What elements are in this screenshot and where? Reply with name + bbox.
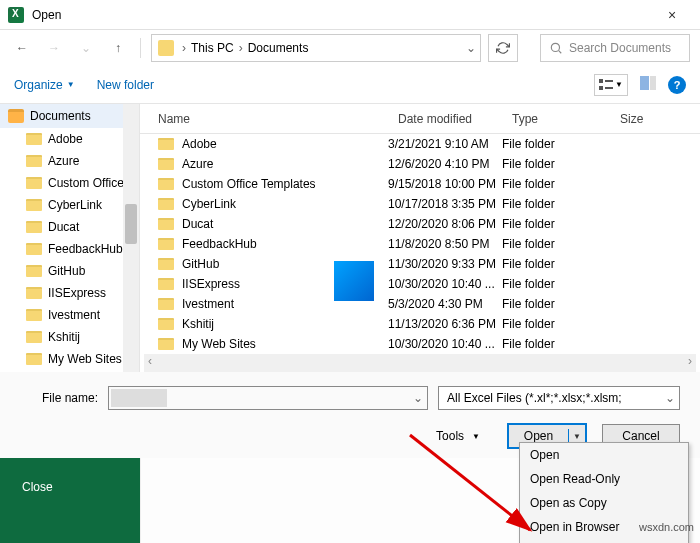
tree-header-label: Documents bbox=[30, 109, 91, 123]
col-date[interactable]: Date modified bbox=[388, 112, 502, 126]
close-icon[interactable]: × bbox=[652, 7, 692, 23]
row-name: Ivestment bbox=[182, 297, 234, 311]
dd-open-readonly[interactable]: Open Read-Only bbox=[520, 467, 688, 491]
row-date: 3/21/2021 9:10 AM bbox=[388, 137, 502, 151]
folder-icon bbox=[158, 178, 174, 190]
filename-input[interactable]: ⌄ bbox=[108, 386, 428, 410]
col-name[interactable]: Name bbox=[140, 112, 388, 126]
chevron-right-icon[interactable]: › bbox=[180, 41, 188, 55]
backstage-close[interactable]: Close bbox=[0, 466, 140, 508]
tree-item[interactable]: GitHub bbox=[0, 260, 139, 282]
row-name: FeedbackHub bbox=[182, 237, 257, 251]
dd-open-copy[interactable]: Open as Copy bbox=[520, 491, 688, 515]
table-row[interactable]: Ducat12/20/2020 8:06 PMFile folder bbox=[140, 214, 700, 234]
search-placeholder: Search Documents bbox=[569, 41, 671, 55]
svg-point-0 bbox=[551, 43, 559, 51]
tools-button[interactable]: Tools ▼ bbox=[436, 429, 480, 443]
preview-pane-button[interactable] bbox=[640, 76, 656, 93]
tree-item-label: GitHub bbox=[48, 264, 85, 278]
folder-icon bbox=[158, 40, 174, 56]
table-row[interactable]: GitHub11/30/2020 9:33 PMFile folder bbox=[140, 254, 700, 274]
folder-icon bbox=[26, 177, 42, 189]
chevron-down-icon[interactable]: ⌄ bbox=[413, 391, 423, 405]
table-row[interactable]: FeedbackHub11/8/2020 8:50 PMFile folder bbox=[140, 234, 700, 254]
table-row[interactable]: My Web Sites10/30/2020 10:40 ...File fol… bbox=[140, 334, 700, 354]
row-name: GitHub bbox=[182, 257, 219, 271]
folder-icon bbox=[158, 338, 174, 350]
row-name: Kshitij bbox=[182, 317, 214, 331]
folder-icon bbox=[158, 138, 174, 150]
table-row[interactable]: Ivestment5/3/2020 4:30 PMFile folder bbox=[140, 294, 700, 314]
svg-rect-2 bbox=[599, 79, 603, 83]
row-date: 10/30/2020 10:40 ... bbox=[388, 337, 502, 351]
row-name: Adobe bbox=[182, 137, 217, 151]
folder-icon bbox=[26, 221, 42, 233]
tree-item[interactable]: Kshitij bbox=[0, 326, 139, 348]
organize-button[interactable]: Organize ▼ bbox=[14, 78, 75, 92]
svg-rect-3 bbox=[605, 80, 613, 82]
body-area: Documents AdobeAzureCustom OfficeCyberLi… bbox=[0, 104, 700, 372]
horizontal-scrollbar[interactable] bbox=[144, 354, 696, 372]
tree-item-label: Ivestment bbox=[48, 308, 100, 322]
view-mode-button[interactable]: ▼ bbox=[594, 74, 628, 96]
tree-item[interactable]: CyberLink bbox=[0, 194, 139, 216]
row-type: File folder bbox=[502, 337, 610, 351]
tree-item-label: My Web Sites bbox=[48, 352, 122, 366]
col-size[interactable]: Size bbox=[610, 112, 700, 126]
dd-open-protected[interactable]: Open in Protected View bbox=[520, 539, 688, 543]
tree-item[interactable]: Custom Office bbox=[0, 172, 139, 194]
open-split-dropdown[interactable]: ▼ bbox=[569, 432, 585, 441]
breadcrumb-thispc[interactable]: This PC bbox=[188, 41, 237, 55]
folder-icon bbox=[26, 199, 42, 211]
titlebar: Open × bbox=[0, 0, 700, 30]
recent-dropdown[interactable]: ⌄ bbox=[74, 36, 98, 60]
tree-item-label: FeedbackHub bbox=[48, 242, 123, 256]
table-row[interactable]: Azure12/6/2020 4:10 PMFile folder bbox=[140, 154, 700, 174]
row-name: Custom Office Templates bbox=[182, 177, 316, 191]
tree-item[interactable]: Ivestment bbox=[0, 304, 139, 326]
tree-item[interactable]: Azure bbox=[0, 150, 139, 172]
row-name: IISExpress bbox=[182, 277, 240, 291]
row-date: 11/13/2020 6:36 PM bbox=[388, 317, 502, 331]
breadcrumb-documents[interactable]: Documents bbox=[245, 41, 312, 55]
tree-item[interactable]: IISExpress bbox=[0, 282, 139, 304]
folder-icon bbox=[158, 158, 174, 170]
open-label[interactable]: Open bbox=[509, 429, 569, 443]
table-row[interactable]: CyberLink10/17/2018 3:35 PMFile folder bbox=[140, 194, 700, 214]
col-type[interactable]: Type bbox=[502, 112, 610, 126]
refresh-button[interactable] bbox=[488, 34, 518, 62]
chevron-right-icon[interactable]: › bbox=[237, 41, 245, 55]
table-row[interactable]: Custom Office Templates9/15/2018 10:00 P… bbox=[140, 174, 700, 194]
filetype-filter[interactable]: All Excel Files (*.xl*;*.xlsx;*.xlsm; ⌄ bbox=[438, 386, 680, 410]
tree-scrollbar[interactable] bbox=[123, 104, 139, 372]
help-button[interactable]: ? bbox=[668, 76, 686, 94]
chevron-down-icon[interactable]: ⌄ bbox=[466, 41, 476, 55]
tree-item[interactable]: Adobe bbox=[0, 128, 139, 150]
folder-icon bbox=[26, 287, 42, 299]
tree-item-label: Azure bbox=[48, 154, 79, 168]
svg-rect-6 bbox=[640, 76, 649, 90]
row-type: File folder bbox=[502, 317, 610, 331]
svg-rect-5 bbox=[605, 87, 613, 89]
tree-header-documents[interactable]: Documents bbox=[0, 104, 139, 128]
tree-item[interactable]: FeedbackHub bbox=[0, 238, 139, 260]
chevron-down-icon: ▼ bbox=[615, 80, 623, 89]
tree-item[interactable]: My Web Sites bbox=[0, 348, 139, 370]
newfolder-label: New folder bbox=[97, 78, 154, 92]
tree-item[interactable]: Ducat bbox=[0, 216, 139, 238]
dd-open[interactable]: Open bbox=[520, 443, 688, 467]
address-bar[interactable]: › This PC › Documents ⌄ bbox=[151, 34, 481, 62]
row-type: File folder bbox=[502, 217, 610, 231]
row-type: File folder bbox=[502, 157, 610, 171]
chevron-down-icon: ⌄ bbox=[665, 391, 675, 405]
scrollbar-thumb[interactable] bbox=[125, 204, 137, 244]
table-row[interactable]: IISExpress10/30/2020 10:40 ...File folde… bbox=[140, 274, 700, 294]
table-row[interactable]: Kshitij11/13/2020 6:36 PMFile folder bbox=[140, 314, 700, 334]
table-row[interactable]: Adobe3/21/2021 9:10 AMFile folder bbox=[140, 134, 700, 154]
up-button[interactable]: ↑ bbox=[106, 36, 130, 60]
folder-icon bbox=[158, 218, 174, 230]
search-input[interactable]: Search Documents bbox=[540, 34, 690, 62]
newfolder-button[interactable]: New folder bbox=[97, 78, 154, 92]
back-button[interactable]: ← bbox=[10, 36, 34, 60]
toolbar: Organize ▼ New folder ▼ ? bbox=[0, 66, 700, 104]
